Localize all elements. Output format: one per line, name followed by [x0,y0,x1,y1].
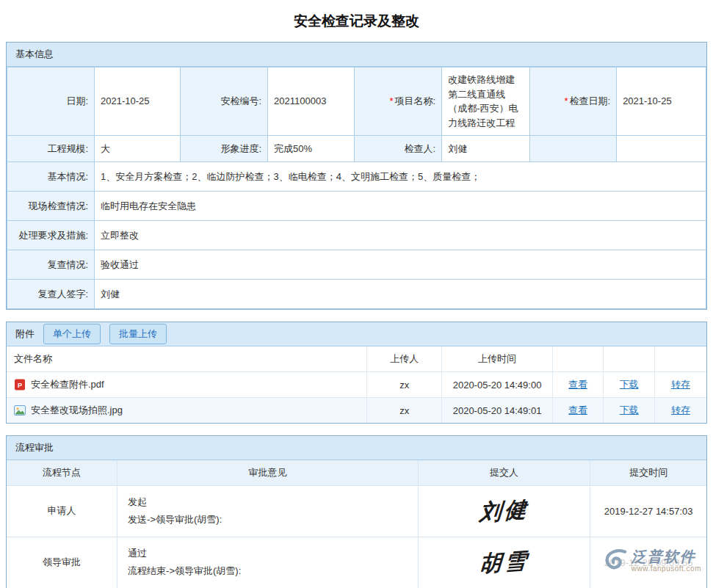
actions-column-header [604,346,655,372]
submitter-signature: 刘健 [478,494,530,528]
fanpu-url-text: www.fanpusoft.com [631,565,701,573]
basic-info-row-1: 日期: 2021-10-25 安检编号: 2021100003 *项目名称: 改… [7,68,706,136]
basic-situation-row: 基本情况: 1、安全月方案检查；2、临边防护检查；3、临电检查；4、文明施工检查… [7,162,706,192]
submit-time-cell: 2019-12-27 14:57:03 [590,485,706,537]
upload-time-column-header: 上传时间 [442,346,553,372]
approval-row: 申请人 发起 发送->领导审批(胡雪): 刘健 2019-12-27 14:57… [7,485,706,537]
scale-label: 工程规模: [7,136,95,162]
approval-section-header: 流程审批 [7,436,706,460]
opinion-cell: 发起 发送->领导审批(胡雪): [117,485,419,537]
basic-info-section-title: 基本信息 [15,48,54,61]
file-name-cell: P 安全检查附件.pdf [7,372,367,398]
submitter-cell: 刘健 [418,485,590,537]
single-upload-button[interactable]: 单个上传 [43,324,101,344]
fanpu-brand-text: 泛普软件 [631,548,701,565]
review-sign-label: 复查人签字: [7,280,95,309]
empty-label-cell [530,136,617,162]
basic-info-section-header: 基本信息 [7,43,706,67]
fanpu-logo-icon [602,548,629,573]
uploader-column-header: 上传人 [367,346,442,372]
handling-label: 处理要求及措施: [7,221,95,250]
file-name-text: 安全检查附件.pdf [31,378,104,391]
fanpu-watermark: 泛普软件 www.fanpusoft.com [599,546,704,575]
svg-text:P: P [18,382,22,389]
safety-inspection-page: 安全检查记录及整改 基本信息 日期: 2021-10-25 安检编号: 2021… [0,0,713,588]
site-check-label: 现场检查情况: [7,192,95,221]
attachments-section-title: 附件 [15,327,35,341]
attachments-section: 附件 单个上传 批量上传 文件名称 上传人 上传时间 [6,322,707,424]
approval-header-row: 流程节点 审批意见 提交人 提交时间 [7,460,706,485]
check-date-label: *检查日期: [530,68,617,136]
opinion-route: 流程结束->领导审批(胡雪): [128,562,408,580]
attachments-table: 文件名称 上传人 上传时间 P 安全检查附件.pdf [7,346,706,423]
date-value: 2021-10-25 [95,68,181,136]
submitter-column-header: 提交人 [418,460,590,485]
site-check-value: 临时用电存在安全隐患 [95,192,706,221]
view-cell: 查看 [552,372,604,398]
opinion-column-header: 审批意见 [117,460,419,485]
handling-row: 处理要求及措施: 立即整改 [7,221,706,250]
review-sign-value: 刘健 [95,280,706,309]
file-name-column-header: 文件名称 [7,346,367,372]
progress-label: 形象进度: [181,136,268,162]
file-name-cell: 安全整改现场拍照.jpg [7,398,367,424]
upload-time-cell: 2020-05-20 14:49:00 [442,372,553,398]
batch-upload-button[interactable]: 批量上传 [109,324,167,344]
opinion-route: 发送->领导审批(胡雪): [128,511,408,529]
actions-column-header [654,346,706,372]
download-link[interactable]: 下载 [620,379,639,390]
attachments-header-row: 文件名称 上传人 上传时间 [7,346,706,372]
handling-value: 立即整改 [95,221,706,250]
site-check-row: 现场检查情况: 临时用电存在安全隐患 [7,192,706,221]
review-value: 验收通过 [95,250,706,280]
opinion-cell: 通过 流程结束->领导审批(胡雪): [117,537,419,588]
attachment-row: P 安全检查附件.pdf zx 2020-05-20 14:49:00 查看 下… [7,372,706,398]
submitter-signature: 胡雪 [478,545,530,579]
view-link[interactable]: 查看 [568,404,587,415]
check-date-value: 2021-10-25 [617,68,706,136]
uploader-cell: zx [367,398,442,424]
node-cell: 申请人 [7,485,117,537]
basic-situation-label: 基本情况: [7,162,95,192]
save-as-link[interactable]: 转存 [671,404,690,415]
image-file-icon [14,404,26,416]
attachments-section-header: 附件 单个上传 批量上传 [7,322,706,346]
save-cell: 转存 [654,372,706,398]
basic-info-section: 基本信息 日期: 2021-10-25 安检编号: 2021100003 *项目… [6,42,707,310]
basic-situation-value: 1、安全月方案检查；2、临边防护检查；3、临电检查；4、文明施工检查；5、质量检… [95,162,706,192]
download-cell: 下载 [604,398,655,424]
project-name-label: *项目名称: [355,68,442,136]
download-link[interactable]: 下载 [620,404,639,415]
inspector-value: 刘健 [442,136,530,162]
basic-info-table: 日期: 2021-10-25 安检编号: 2021100003 *项目名称: 改… [7,67,706,309]
node-column-header: 流程节点 [7,460,117,485]
download-cell: 下载 [604,372,655,398]
inspection-no-label: 安检编号: [181,68,268,136]
scale-value: 大 [95,136,181,162]
view-cell: 查看 [552,398,604,424]
review-label: 复查情况: [7,250,95,280]
save-as-link[interactable]: 转存 [671,379,690,390]
required-mark: * [389,95,393,106]
inspector-label: 检查人: [355,136,442,162]
empty-value-cell [617,136,706,162]
review-row: 复查情况: 验收通过 [7,250,706,280]
opinion-action: 发起 [128,493,408,511]
uploader-cell: zx [367,372,442,398]
required-mark: * [564,95,568,106]
date-label: 日期: [7,68,95,136]
save-cell: 转存 [654,398,706,424]
opinion-action: 通过 [128,545,408,562]
basic-info-row-2: 工程规模: 大 形象进度: 完成50% 检查人: 刘健 [7,136,706,162]
time-column-header: 提交时间 [590,460,706,485]
inspection-no-value: 2021100003 [268,68,355,136]
view-link[interactable]: 查看 [568,379,587,390]
project-name-value: 改建铁路线增建第二线直通线（成都-西安）电力线路迁改工程 [442,68,530,136]
pdf-file-icon: P [14,379,26,391]
actions-column-header [552,346,604,372]
attachment-row: 安全整改现场拍照.jpg zx 2020-05-20 14:49:01 查看 下… [7,398,706,424]
upload-time-cell: 2020-05-20 14:49:01 [442,398,553,424]
review-sign-row: 复查人签字: 刘健 [7,280,706,309]
progress-value: 完成50% [268,136,355,162]
approval-section-title: 流程审批 [15,441,54,454]
